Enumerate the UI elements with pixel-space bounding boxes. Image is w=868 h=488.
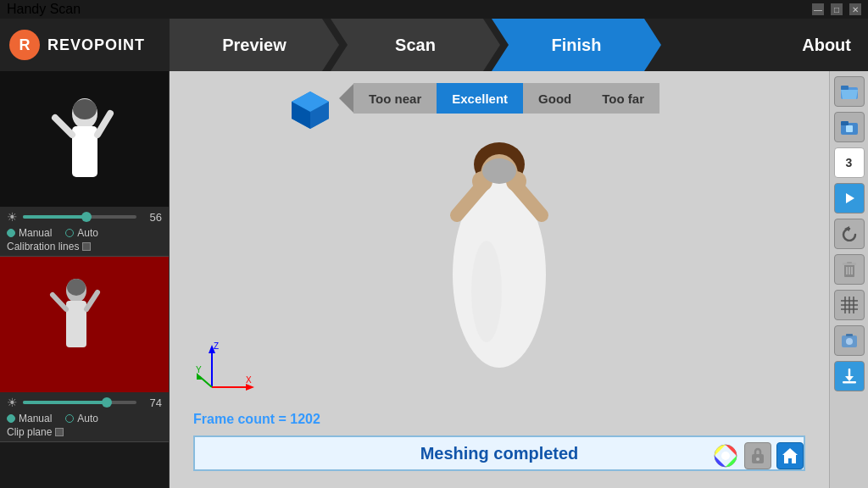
distance-too-near[interactable]: Too near bbox=[353, 83, 437, 114]
lock-button[interactable] bbox=[744, 442, 771, 469]
revopoint-logo-icon: R bbox=[8, 29, 41, 61]
brightness-icon-bottom: ☀ bbox=[7, 396, 18, 409]
frame-count: Frame count = 1202 bbox=[193, 412, 320, 427]
left-panel: ☀ 56 Manual Auto Calibration lines bbox=[0, 71, 170, 488]
brightness-icon-top: ☀ bbox=[7, 210, 18, 224]
svg-point-43 bbox=[756, 458, 760, 461]
folder-open-button[interactable] bbox=[834, 76, 865, 107]
bottom-action-icons bbox=[712, 442, 804, 469]
bottom-brightness-row: ☀ 74 bbox=[7, 396, 162, 409]
svg-point-41 bbox=[721, 452, 730, 460]
logo-area: R REVOPOINT bbox=[0, 29, 170, 61]
top-calibration-row: Calibration lines bbox=[7, 241, 162, 252]
svg-text:Z: Z bbox=[214, 341, 219, 351]
minimize-button[interactable]: — bbox=[812, 3, 824, 15]
cube-3d-icon bbox=[288, 88, 332, 136]
top-camera-image bbox=[0, 71, 169, 207]
svg-rect-67 bbox=[846, 334, 853, 336]
clip-plane-checkbox[interactable] bbox=[55, 428, 64, 436]
svg-rect-10 bbox=[66, 301, 86, 347]
about-button[interactable]: About bbox=[802, 36, 851, 55]
svg-point-30 bbox=[471, 241, 502, 342]
logo-text: REVOPOINT bbox=[47, 36, 145, 54]
top-brightness-row: ☀ 56 bbox=[7, 210, 162, 224]
title-bar: Handy Scan — □ ✕ bbox=[0, 0, 868, 19]
bottom-brightness-value: 74 bbox=[142, 396, 162, 409]
tab-scan[interactable]: Scan bbox=[331, 19, 500, 71]
distance-arrow-left bbox=[339, 83, 354, 114]
svg-point-29 bbox=[482, 158, 516, 184]
bottom-manual-radio[interactable]: Manual bbox=[7, 413, 52, 424]
navbar: R REVOPOINT Preview Scan Finish About bbox=[0, 19, 868, 71]
top-manual-radio[interactable]: Manual bbox=[7, 227, 52, 239]
delete-button[interactable] bbox=[834, 254, 865, 285]
download-button[interactable] bbox=[834, 361, 865, 391]
top-auto-radio[interactable]: Auto bbox=[65, 227, 98, 239]
svg-rect-49 bbox=[841, 121, 849, 125]
titlebar-controls: — □ ✕ bbox=[812, 3, 861, 15]
svg-point-13 bbox=[67, 279, 86, 296]
svg-rect-4 bbox=[72, 126, 97, 177]
distance-too-far[interactable]: Too far bbox=[587, 83, 659, 114]
color-wheel-button[interactable] bbox=[712, 442, 739, 469]
svg-marker-47 bbox=[841, 90, 858, 99]
folder-save-button[interactable] bbox=[834, 112, 865, 142]
bottom-controls: ☀ 74 Manual Auto Clip plane bbox=[0, 392, 169, 442]
svg-text:X: X bbox=[246, 375, 252, 385]
camera-view-bottom bbox=[0, 257, 169, 392]
svg-marker-35 bbox=[246, 384, 254, 391]
right-panel: 3 bbox=[829, 71, 868, 488]
svg-marker-69 bbox=[845, 376, 854, 381]
svg-rect-46 bbox=[841, 86, 849, 90]
tab-finish[interactable]: Finish bbox=[492, 19, 661, 71]
center-area: Too near Excellent Good Too far bbox=[170, 71, 829, 488]
distance-bar: Too near Excellent Good Too far bbox=[339, 83, 659, 114]
mesh-button[interactable] bbox=[834, 290, 865, 320]
svg-point-7 bbox=[73, 99, 97, 119]
svg-text:R: R bbox=[19, 36, 31, 53]
svg-rect-70 bbox=[843, 381, 856, 384]
bottom-radio-row: Manual Auto bbox=[7, 413, 162, 424]
number-input[interactable]: 3 bbox=[834, 147, 865, 178]
svg-marker-44 bbox=[782, 448, 798, 463]
bottom-camera-image bbox=[0, 257, 169, 392]
svg-point-66 bbox=[846, 338, 853, 345]
3d-model-view bbox=[389, 122, 609, 427]
svg-text:Y: Y bbox=[196, 365, 202, 374]
camera-view-top bbox=[0, 71, 169, 207]
top-brightness-value: 56 bbox=[142, 211, 162, 224]
svg-rect-55 bbox=[847, 262, 852, 263]
bottom-auto-radio[interactable]: Auto bbox=[65, 413, 98, 424]
calibration-checkbox[interactable] bbox=[82, 242, 91, 251]
main-area: ☀ 56 Manual Auto Calibration lines bbox=[0, 71, 868, 488]
top-brightness-slider[interactable] bbox=[23, 215, 136, 219]
svg-rect-50 bbox=[846, 125, 853, 132]
home-button[interactable] bbox=[776, 442, 804, 469]
distance-good[interactable]: Good bbox=[523, 83, 587, 114]
play-button[interactable] bbox=[834, 183, 865, 214]
bottom-brightness-slider[interactable] bbox=[23, 401, 136, 404]
meshing-text: Meshing completed bbox=[420, 444, 579, 463]
bottom-clip-row: Clip plane bbox=[7, 426, 162, 438]
restore-button[interactable]: □ bbox=[831, 3, 843, 15]
tab-preview[interactable]: Preview bbox=[170, 19, 339, 71]
top-radio-row: Manual Auto bbox=[7, 227, 162, 239]
undo-button[interactable] bbox=[834, 219, 865, 249]
close-button[interactable]: ✕ bbox=[849, 3, 861, 15]
svg-marker-51 bbox=[846, 193, 854, 203]
top-controls: ☀ 56 Manual Auto Calibration lines bbox=[0, 207, 169, 257]
photo-button[interactable] bbox=[834, 325, 865, 356]
axes-indicator: Z X Y bbox=[195, 341, 254, 403]
distance-excellent[interactable]: Excellent bbox=[437, 83, 523, 114]
titlebar-title: Handy Scan bbox=[7, 2, 81, 17]
